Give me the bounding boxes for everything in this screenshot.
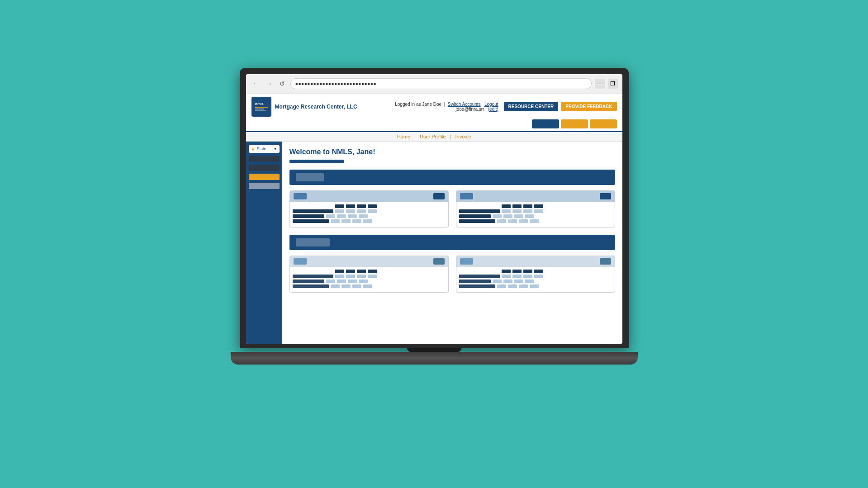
main-content: Welcome to NMLS, Jane! — [282, 142, 622, 344]
section-1-label — [296, 173, 324, 181]
card-3-r2-v4 — [359, 280, 368, 283]
nav-separator-2: | — [450, 134, 451, 139]
col-h-4 — [368, 204, 377, 208]
card-3-r1-v2 — [346, 275, 355, 278]
card-1-r1-v2 — [346, 209, 355, 213]
card-1-r1-v4 — [368, 209, 377, 213]
card-4-button[interactable] — [600, 258, 611, 265]
card-3-r3-v4 — [363, 284, 372, 288]
sidebar: ★ State ▼ — [246, 142, 282, 344]
sidebar-item-2[interactable] — [249, 165, 280, 171]
back-button[interactable]: ← — [251, 79, 261, 88]
c2-col-h-1 — [502, 204, 511, 208]
app-nav: Home | User Profile | Invoice — [246, 132, 622, 142]
card-4-r3-v2 — [508, 284, 517, 288]
refresh-button[interactable]: ↺ — [278, 79, 287, 88]
screen-bezel: ← → ↺ — ❐ nmls — [240, 68, 629, 348]
card-2-r1-v2 — [512, 209, 522, 213]
c4-col-h-2 — [512, 270, 522, 273]
resource-center-button[interactable]: RESOURCE CENTER — [504, 102, 559, 111]
card-2-button[interactable] — [600, 193, 611, 199]
card-2-r3-v4 — [530, 219, 539, 223]
action-button-2[interactable] — [561, 119, 588, 128]
switch-accounts-link[interactable]: Switch Accounts — [448, 102, 481, 107]
app-body: ★ State ▼ Welcome to NMLS, Jane! — [246, 142, 622, 344]
user-info: Logged in as Jane Doe | Switch Accounts … — [395, 102, 498, 112]
card-4-r2-v4 — [525, 280, 534, 283]
card-3-r1-v4 — [368, 275, 377, 278]
card-2-r1-v4 — [534, 209, 543, 213]
minimize-button[interactable]: — — [595, 79, 605, 89]
card-3-header — [290, 256, 448, 267]
card-4-r3-v4 — [530, 284, 539, 288]
user-profile-link[interactable]: User Profile — [420, 134, 446, 139]
card-1-r2-label — [293, 214, 324, 218]
card-4-table — [456, 267, 615, 292]
card-1-table — [290, 202, 448, 227]
card-3-button[interactable] — [433, 258, 445, 265]
card-2-r2-v4 — [525, 214, 534, 218]
c3-col-h-3 — [357, 270, 366, 273]
card-1 — [289, 190, 449, 227]
logo-area: nmls Mortgage Research Center, LLC — [251, 97, 357, 117]
c2-col-h-4 — [534, 204, 543, 208]
card-2-row-3 — [459, 219, 612, 223]
card-1-button[interactable] — [433, 193, 445, 199]
restore-button[interactable]: ❐ — [608, 79, 618, 89]
card-1-r3-label — [293, 219, 329, 223]
col-h-2 — [346, 204, 355, 208]
card-4-r2-v3 — [514, 280, 523, 283]
card-1-row-3 — [293, 219, 446, 223]
c3-col-h-4 — [368, 270, 377, 273]
card-3-row-3 — [293, 284, 446, 288]
action-button-3[interactable] — [590, 119, 617, 128]
card-3-table — [290, 267, 448, 292]
card-1-r3-v3 — [352, 219, 361, 223]
card-1-r1-v1 — [335, 209, 344, 213]
home-link[interactable]: Home — [397, 134, 410, 139]
card-3-r2-v3 — [348, 280, 357, 283]
laptop-container: ← → ↺ — ❐ nmls — [231, 68, 638, 421]
state-dropdown[interactable]: ★ State ▼ — [249, 145, 280, 153]
card-3-r3-v2 — [342, 284, 351, 288]
sidebar-item-3[interactable] — [249, 174, 280, 180]
progress-bar — [289, 160, 344, 163]
card-3-r3-label — [293, 284, 329, 288]
card-4-label — [460, 258, 474, 265]
invoice-link[interactable]: Invoice — [455, 134, 471, 139]
edit-link[interactable]: (edit) — [488, 107, 498, 112]
forward-button[interactable]: → — [264, 79, 274, 88]
section-2-header — [289, 235, 615, 250]
card-4-r3-label — [459, 284, 495, 288]
svg-text:nmls: nmls — [255, 102, 264, 106]
card-4-r2-v1 — [493, 280, 502, 283]
logout-link[interactable]: Logout — [484, 102, 498, 107]
c3-col-h-1 — [335, 270, 344, 273]
card-3-r1-label — [293, 275, 333, 278]
logged-in-label: Logged in as Jane Doe — [395, 102, 441, 107]
card-2-r1-v3 — [523, 209, 532, 213]
card-1-r2-v4 — [359, 214, 368, 218]
card-2-r2-label — [459, 214, 491, 218]
header-buttons: RESOURCE CENTER PROVIDE FEEDBACK — [504, 102, 617, 111]
card-2-r1-v1 — [502, 209, 511, 213]
card-2-r3-v3 — [519, 219, 528, 223]
action-button-1[interactable] — [532, 119, 559, 128]
svg-rect-3 — [255, 109, 264, 109]
card-2-header — [456, 191, 615, 202]
provide-feedback-button[interactable]: PROVIDE FEEDBACK — [561, 102, 617, 111]
sidebar-item-1[interactable] — [249, 156, 280, 162]
card-1-r1-v3 — [357, 209, 366, 213]
header-right: Logged in as Jane Doe | Switch Accounts … — [395, 102, 617, 112]
address-bar[interactable] — [290, 78, 592, 89]
col-h-1 — [335, 204, 344, 208]
sidebar-item-4[interactable] — [249, 183, 280, 189]
card-2-r3-label — [459, 219, 495, 223]
svg-rect-2 — [255, 107, 268, 108]
app-header: nmls Mortgage Research Center, LLC Logge… — [246, 94, 622, 132]
card-4-r3-v1 — [497, 284, 506, 288]
card-1-r1-label — [293, 209, 333, 213]
card-4-row-3 — [459, 284, 612, 288]
card-1-row-1 — [293, 209, 446, 213]
c4-col-h-3 — [523, 270, 532, 273]
